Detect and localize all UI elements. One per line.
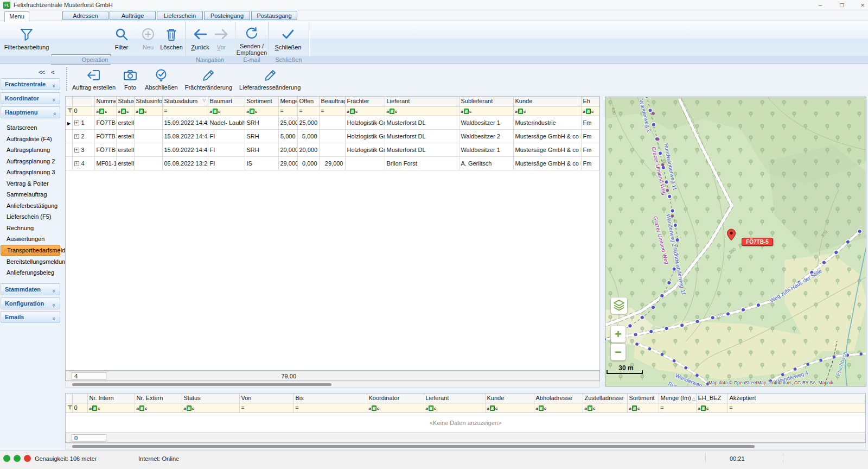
filter-cell[interactable] <box>659 403 696 413</box>
sidebar-item-auftragsliste[interactable]: Auftragsliste (F4) <box>1 134 60 144</box>
filter-cell[interactable] <box>245 106 278 116</box>
zurueck-button[interactable]: Zurück <box>188 28 212 50</box>
tab-lieferschein[interactable]: Lieferschein <box>157 11 203 20</box>
filter-cell[interactable] <box>367 403 424 413</box>
filter-cell[interactable] <box>297 106 319 116</box>
close-button[interactable] <box>854 1 868 9</box>
filter-cell[interactable] <box>208 106 245 116</box>
col-koordinator[interactable]: Koordinator <box>367 394 424 403</box>
col-menge-fm[interactable]: Menge (fm) <box>659 394 696 403</box>
filter-cell[interactable] <box>293 403 367 413</box>
marker-label[interactable]: FÖ7TB-5 <box>742 238 773 246</box>
table-row[interactable]: 2 FÖ7TB-4 erstellt 15.09.2022 14:42:06 F… <box>66 129 599 143</box>
sidebar-group-koordinator[interactable]: Koordinator » <box>1 92 60 104</box>
sidebar-item-anlieferbestaetigung[interactable]: Anlieferbestätigung <box>1 200 60 211</box>
tab-menu[interactable]: Menu <box>4 11 29 22</box>
collapse-all-button[interactable]: << <box>39 69 44 75</box>
sidebar-item-vertrag-polter[interactable]: Vertrag & Polter <box>1 178 60 189</box>
col-sortiment[interactable]: Sortiment <box>245 97 278 106</box>
filter-cell[interactable] <box>534 403 583 413</box>
sidebar-item-anlieferungsbeleg[interactable]: Anlieferungsbeleg <box>1 267 60 278</box>
tab-adressen[interactable]: Adressen <box>62 11 108 20</box>
toolbar-grip[interactable] <box>66 67 69 91</box>
filter-funnel-cell[interactable] <box>66 403 72 413</box>
lieferadresseaenderung-button[interactable]: Lieferadresseänderung <box>239 68 301 91</box>
col-baumart[interactable]: Baumart <box>208 97 245 106</box>
filter-cell[interactable] <box>513 106 581 116</box>
col-akzeptiert[interactable]: Akzeptiert <box>727 394 865 403</box>
sidebar-item-startscreen[interactable]: Startscreen <box>1 122 60 133</box>
col-status[interactable]: Status <box>116 97 134 106</box>
tab-auftraege[interactable]: Aufträge <box>110 11 156 20</box>
sidebar-item-auftragsplanung-3[interactable]: Auftragsplanung 3 <box>1 167 60 178</box>
filter-cell[interactable] <box>94 106 116 116</box>
col-nummer[interactable]: Nummer <box>94 97 116 106</box>
fraechteraenderung-button[interactable]: Frächteränderung <box>185 68 232 91</box>
sidebar-item-auswertungen[interactable]: Auswertungen <box>1 233 60 244</box>
col-menge[interactable]: Menge <box>278 97 297 106</box>
filter-funnel-cell[interactable] <box>66 106 72 116</box>
sidebar-item-auftragsplanung-2[interactable]: Auftragsplanung 2 <box>1 156 60 167</box>
sidebar-group-hauptmenu[interactable]: Hauptmenu » <box>1 106 60 118</box>
expand-icon[interactable] <box>74 134 79 139</box>
filter-cell[interactable] <box>627 403 659 413</box>
filter-cell[interactable] <box>581 106 599 116</box>
filter-cell[interactable] <box>345 106 385 116</box>
auftrag-erstellen-button[interactable]: Auftrag erstellen <box>72 68 116 91</box>
filter-cell[interactable] <box>239 403 293 413</box>
col-sublieferant[interactable]: Sublieferant <box>459 97 513 106</box>
sidebar-group-frachtzentrale[interactable]: Frachtzentrale » <box>1 78 60 90</box>
col-sortiment[interactable]: Sortiment <box>627 394 659 403</box>
table-row[interactable]: 3 FÖ7TB-3 erstellt 15.09.2022 14:41:06 F… <box>66 143 599 156</box>
filter-cell[interactable] <box>319 106 345 116</box>
maximize-button[interactable] <box>834 1 850 9</box>
filter-cell[interactable] <box>135 403 182 413</box>
expand-icon[interactable] <box>74 161 79 166</box>
col-beauftragt[interactable]: Beauftragt <box>319 97 345 106</box>
orders-hscrollbar[interactable] <box>65 382 600 388</box>
col-nr-extern[interactable]: Nr. Extern <box>135 394 182 403</box>
expand-icon[interactable] <box>74 121 79 125</box>
filter-cell[interactable] <box>182 403 239 413</box>
filter-cell[interactable] <box>278 106 297 116</box>
col-lieferant[interactable]: Lieferant <box>424 394 485 403</box>
senden-empfangen-button[interactable]: Senden / Empfangen <box>234 27 269 56</box>
col-offen[interactable]: Offen <box>297 97 319 106</box>
tab-postausgang[interactable]: Postausgang <box>251 11 297 20</box>
zoom-out-button[interactable]: − <box>611 344 626 360</box>
filterbearbeitung-button[interactable]: Filterbearbeitung <box>3 28 50 50</box>
col-eh-bez[interactable]: EH_BEZ <box>696 394 727 403</box>
sidebar-item-bereitstellungsmeldung[interactable]: Bereitstellungsmeldung <box>1 256 60 267</box>
map-panel[interactable]: Wanderweg 2 Grazer Umland Weg Rundwander… <box>605 97 866 386</box>
sidebar-item-lieferschein[interactable]: Lieferschein (F5) <box>1 211 60 222</box>
col-statusinfo[interactable]: Statusinfo <box>134 97 162 106</box>
table-row[interactable]: 4 MF01-11 erstellt 05.09.2022 13:21:52 F… <box>66 156 599 170</box>
filter-indicator-icon[interactable] <box>202 98 206 103</box>
sidebar-group-emails[interactable]: Emails » <box>1 311 60 323</box>
filter-cell[interactable] <box>459 106 513 116</box>
col-kunde[interactable]: Kunde <box>513 97 581 106</box>
abschliessen-button[interactable]: Abschließen <box>145 68 178 91</box>
tab-posteingang[interactable]: Posteingang <box>204 11 250 20</box>
col-statusdatum[interactable]: Statusdatum <box>162 97 208 106</box>
scrollbar-thumb[interactable] <box>72 383 331 386</box>
filter-cell[interactable] <box>385 106 459 116</box>
vor-button[interactable]: Vor <box>212 28 231 50</box>
col-nr-intern[interactable]: Nr. Intern <box>87 394 135 403</box>
col-status[interactable]: Status <box>182 394 239 403</box>
filter-cell[interactable] <box>87 403 135 413</box>
sidebar-item-auftragsplanung[interactable]: Auftragsplanung <box>1 144 60 155</box>
loeschen-button[interactable]: Löschen <box>159 28 183 50</box>
foto-button[interactable]: Foto <box>123 68 138 91</box>
col-kunde[interactable]: Kunde <box>485 394 534 403</box>
col-bis[interactable]: Bis <box>293 394 367 403</box>
filter-cell[interactable] <box>162 106 208 116</box>
filter-cell[interactable] <box>696 403 727 413</box>
filter-cell[interactable] <box>727 403 865 413</box>
zoom-in-button[interactable]: + <box>611 326 626 343</box>
collapse-button[interactable]: < <box>51 69 54 75</box>
col-von[interactable]: Von <box>239 394 293 403</box>
col-abholadresse[interactable]: Abholadresse <box>534 394 583 403</box>
sidebar-group-stammdaten[interactable]: Stammdaten » <box>1 283 60 295</box>
layers-button[interactable] <box>611 297 627 314</box>
